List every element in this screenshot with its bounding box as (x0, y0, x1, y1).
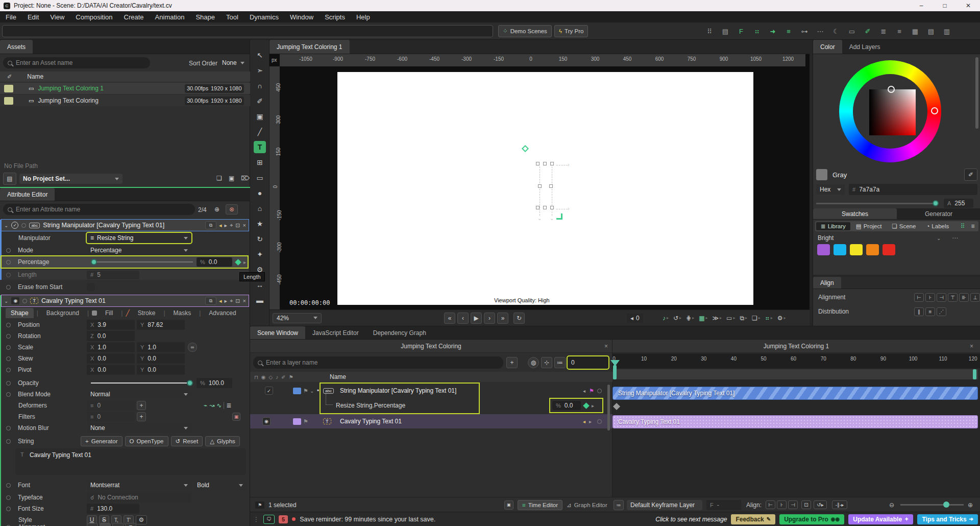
prev-icon[interactable]: ◂ (583, 388, 585, 394)
keyframe-dot[interactable] (6, 273, 11, 277)
ellipse-tool[interactable]: ● (254, 187, 266, 199)
viewport-option-icon-1[interactable]: ↺▸ (673, 315, 681, 322)
flag-icon[interactable]: ⚑ (303, 418, 308, 425)
panel-scrollbar[interactable] (975, 57, 978, 129)
keyframe-dot[interactable] (6, 483, 11, 488)
motion-blur-dropdown[interactable]: None (87, 423, 191, 433)
dock-icon[interactable]: ▣ (504, 500, 513, 510)
font-weight-dropdown[interactable]: Bold (193, 480, 247, 490)
tab-swatches[interactable]: Swatches (813, 208, 897, 219)
prev-icon[interactable]: ◂ (219, 298, 222, 304)
opentype-button[interactable]: OOpenType (125, 436, 168, 446)
tab-dependency-graph[interactable]: Dependency Graph (366, 326, 433, 339)
frame-icon[interactable]: ⊡ (235, 222, 240, 229)
demo-scenes-button[interactable]: ⁘ Demo Scenes (498, 25, 552, 37)
feedback-badge[interactable]: Feedback✎ (731, 514, 775, 524)
link-xy-icon[interactable]: ∞ (188, 343, 197, 352)
layer-color-chip[interactable] (293, 388, 301, 394)
slider-handle[interactable] (91, 259, 97, 265)
work-area-bar[interactable] (612, 369, 978, 379)
more-icon[interactable]: ⋯ (952, 234, 958, 242)
layer-name[interactable]: String Manipulator [Cavalry Typing Text … (340, 387, 456, 394)
position-y-field[interactable]: Y87.62 (137, 320, 185, 330)
shape-tab-background[interactable]: Background (41, 308, 84, 318)
menu-shape[interactable]: Shape (190, 13, 220, 21)
track-typing-text[interactable]: Cavalry Typing Text 01 (612, 415, 978, 428)
distribute-icon-1[interactable]: ≡ (925, 307, 935, 316)
toolbar-icon-4[interactable]: ➜ (767, 28, 779, 35)
line-tool[interactable]: ╱ (254, 126, 266, 138)
menu-edit[interactable]: Edit (22, 13, 44, 21)
alpha-handle[interactable] (933, 200, 939, 206)
keyframe-dot[interactable] (6, 356, 11, 361)
align-right-icon[interactable]: ≡ (112, 523, 124, 526)
enabled-checkbox[interactable]: ✓ (265, 387, 273, 395)
wave-deformer-icon[interactable]: ∿ (216, 402, 222, 409)
lock-icon[interactable]: ⊓ (254, 374, 258, 380)
capsule-tool[interactable]: ▬ (254, 294, 266, 306)
keyframe-dot[interactable] (6, 334, 11, 339)
keyframe-dot[interactable] (6, 507, 11, 511)
timeline-percentage-field[interactable]: %0.0 (552, 401, 581, 410)
asset-row[interactable]: ▭ Jumping Text Coloring 30.00fps 1920 x … (0, 95, 250, 106)
play-button[interactable]: ▶ (471, 313, 482, 324)
frame-counter-chip[interactable]: ◂0 (627, 314, 643, 323)
skip-start-button[interactable]: « (444, 313, 455, 324)
pin-icon[interactable]: ⌖ (230, 222, 233, 229)
next-icon[interactable]: ▸ (589, 419, 592, 424)
menu-tool[interactable]: Tool (220, 13, 244, 21)
align-keys-center-icon[interactable]: ⊦ (777, 500, 787, 509)
trash-icon[interactable]: ⌦ (241, 175, 250, 182)
string-manipulator-header[interactable]: ⌄ ✓ abc String Manipulator [Cavalry Typi… (2, 220, 249, 231)
grid-view-icon[interactable]: ⠿ (958, 223, 967, 230)
tab-color[interactable]: Color (813, 40, 842, 54)
position-x-field[interactable]: X3.9 (87, 320, 135, 330)
close-button[interactable]: ✕ (957, 0, 980, 11)
attribute-search-input[interactable]: Enter an Attribute name (3, 204, 195, 215)
percentage-slider[interactable] (91, 261, 193, 262)
command-input[interactable] (2, 25, 493, 37)
update-available-badge[interactable]: Update Available✦ (848, 514, 913, 524)
track-string-manipulator[interactable]: String Manipulator [Cavalry Typing Text … (612, 387, 978, 400)
keyframe-dot[interactable] (6, 285, 11, 290)
align-horizontal-icon-2[interactable]: ⊣ (937, 293, 946, 302)
toolbar-icon-7[interactable]: ⋯ (814, 28, 826, 35)
menu-create[interactable]: Create (118, 13, 150, 21)
pivot-x-field[interactable]: X0.0 (87, 365, 135, 375)
drag-handle-icon[interactable]: ⋮ (253, 516, 259, 523)
snap-icon[interactable]: -∥-▸ (832, 500, 847, 509)
swatch-group-label[interactable]: Bright (818, 234, 834, 242)
hue-selector[interactable] (931, 107, 938, 114)
solo-dot-icon[interactable] (22, 299, 27, 303)
align-vertical-icon-0[interactable]: ⊤ (948, 293, 958, 302)
align-keys-right-icon[interactable]: ⊣ (788, 500, 798, 509)
slider-handle[interactable] (943, 501, 949, 508)
scale-y-field[interactable]: Y1.0 (137, 342, 185, 352)
loop-button[interactable]: ↻ (513, 313, 525, 324)
frame-tool[interactable]: ⊞ (254, 156, 266, 169)
shape-tab-advanced[interactable]: Advanced (204, 308, 241, 318)
opacity-field[interactable]: %100.0 (197, 378, 232, 388)
keyframe-layer-icon[interactable]: ≔ (614, 500, 624, 510)
viewport-tab[interactable]: Jumping Text Coloring 1 (270, 40, 350, 54)
shape-tab-fill[interactable]: Fill (100, 308, 118, 318)
sort-order-dropdown[interactable]: None (218, 58, 248, 68)
keyframe-dot[interactable] (6, 381, 11, 386)
font-size-field[interactable]: #130.0 (87, 504, 139, 514)
close-icon[interactable]: × (970, 343, 973, 350)
zoom-dropdown[interactable]: 42% (273, 313, 322, 323)
tab-align[interactable]: Align (813, 277, 841, 289)
menu-help[interactable]: Help (351, 13, 376, 21)
enabled-check-icon[interactable]: ✓ (11, 222, 18, 229)
toolbar-icon-14[interactable]: ▤ (925, 28, 937, 35)
text-shape-header[interactable]: ⌄ ◉ T Cavalry Typing Text 01 ⧉ ◂ ▸ ⌖ ⊡ × (2, 295, 249, 306)
viewport-option-icon-4[interactable]: ≫▸ (713, 315, 722, 322)
time-editor-button[interactable]: ≡ Time Editor (518, 500, 562, 510)
eye-icon[interactable]: ◉ (11, 297, 19, 304)
swatch-chip-2[interactable] (850, 244, 863, 255)
hex-mode-dropdown[interactable]: Hex (816, 184, 845, 195)
menu-animation[interactable]: Animation (150, 13, 190, 21)
graph-editor-button[interactable]: ⊿ Graph Editor (562, 500, 611, 510)
layer-name[interactable]: Cavalry Typing Text 01 (340, 418, 402, 425)
blend-mode-dropdown[interactable]: Normal (87, 389, 191, 399)
